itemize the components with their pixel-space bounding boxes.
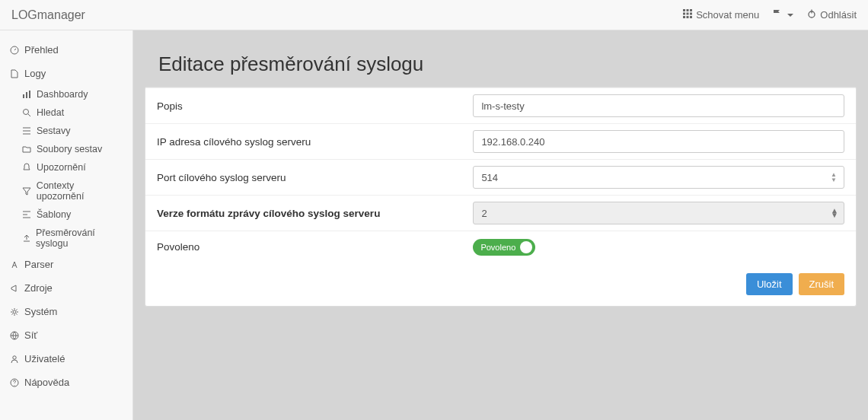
hide-menu-link[interactable]: Schovat menu <box>683 9 759 21</box>
version-select[interactable]: 2 <box>473 202 844 224</box>
label-version: Verze formátu zprávy cílového syslog ser… <box>157 208 473 219</box>
sidebar-label: Šablony <box>37 209 71 220</box>
port-input[interactable] <box>473 166 844 189</box>
label-enabled: Povoleno <box>157 241 473 253</box>
logout-link[interactable]: Odhlásit <box>807 9 857 21</box>
sidebar-item-reports[interactable]: Sestavy <box>0 122 132 140</box>
filter-icon <box>21 186 32 196</box>
sidebar-item-system[interactable]: Systém <box>0 300 132 323</box>
sidebar-item-report-files[interactable]: Soubory sestav <box>0 140 132 158</box>
language-dropdown[interactable] <box>773 9 793 21</box>
gear-icon <box>9 307 20 317</box>
sidebar-item-parser[interactable]: Parser <box>0 253 132 276</box>
row-port: Port cílového syslog serveru ▲▼ <box>145 159 856 195</box>
sidebar-item-logs[interactable]: Logy <box>0 62 132 85</box>
user-icon <box>9 355 20 364</box>
file-icon <box>9 69 20 78</box>
topbar-right: Schovat menu Odhlásit <box>683 9 857 21</box>
svg-rect-8 <box>690 16 692 18</box>
sidebar-item-help[interactable]: Nápověda <box>0 371 132 394</box>
sidebar-label: Parser <box>24 259 53 270</box>
description-input[interactable] <box>473 94 844 117</box>
svg-rect-4 <box>687 13 689 15</box>
folder-icon <box>21 145 32 154</box>
svg-rect-7 <box>687 16 689 18</box>
svg-rect-3 <box>683 13 685 15</box>
logout-label: Odhlásit <box>820 9 857 21</box>
row-enabled: Povoleno Povoleno <box>145 231 856 262</box>
globe-icon <box>9 331 20 340</box>
template-icon <box>21 210 32 219</box>
sidebar-label: Přehled <box>24 44 59 56</box>
row-ip: IP adresa cílového syslog serveru <box>145 123 856 159</box>
caret-down-icon <box>787 14 793 17</box>
svg-rect-14 <box>29 91 30 98</box>
page-title: Editace přesměrování syslogu <box>145 42 857 87</box>
help-icon <box>9 378 20 387</box>
power-icon <box>807 9 816 21</box>
dashboard-icon <box>9 46 20 55</box>
sidebar-label: Dashboardy <box>37 89 88 100</box>
save-button[interactable]: Uložit <box>746 273 793 295</box>
sidebar-item-overview[interactable]: Přehled <box>0 38 132 62</box>
sidebar-label: Nápověda <box>24 377 69 388</box>
sidebar: Přehled Logy Dashboardy Hledat Sestavy S… <box>0 30 133 420</box>
sidebar-label: Hledat <box>37 107 64 118</box>
hide-menu-label: Schovat menu <box>696 9 759 21</box>
forward-icon <box>21 234 31 243</box>
sidebar-item-alerts[interactable]: Upozornění <box>0 158 132 177</box>
label-port: Port cílového syslog serveru <box>157 172 473 183</box>
svg-point-16 <box>13 310 16 313</box>
main-content: Editace přesměrování syslogu Popis IP ad… <box>133 30 868 420</box>
number-spinner-icon[interactable]: ▲▼ <box>831 169 841 186</box>
svg-rect-13 <box>26 92 27 98</box>
sidebar-label: Zdroje <box>24 282 53 294</box>
sidebar-label: Upozornění <box>37 162 86 173</box>
brand[interactable]: LOGmanager <box>11 8 85 22</box>
bars-icon <box>21 90 32 99</box>
svg-rect-10 <box>812 10 812 14</box>
cancel-button[interactable]: Zrušit <box>799 273 845 295</box>
sidebar-label: Sestavy <box>37 126 70 136</box>
toggle-knob <box>520 241 532 253</box>
sidebar-item-templates[interactable]: Šablony <box>0 205 132 224</box>
topbar: LOGmanager Schovat menu Odhlásit <box>0 0 868 30</box>
sidebar-label: Přesměrování syslogu <box>36 228 123 249</box>
sidebar-item-search[interactable]: Hledat <box>0 103 132 122</box>
sidebar-label: Síť <box>24 329 37 341</box>
sidebar-label: Logy <box>24 68 46 79</box>
sidebar-label: Soubory sestav <box>37 144 102 154</box>
row-description: Popis <box>145 88 856 123</box>
toggle-label: Povoleno <box>480 243 515 252</box>
form-panel: Popis IP adresa cílového syslog serveru … <box>145 87 857 307</box>
sidebar-item-sources[interactable]: Zdroje <box>0 276 132 300</box>
label-ip: IP adresa cílového syslog serveru <box>157 136 473 148</box>
flag-icon <box>773 9 782 21</box>
svg-point-18 <box>13 355 16 358</box>
label-description: Popis <box>157 100 473 112</box>
svg-rect-5 <box>690 13 692 15</box>
grid-icon <box>683 9 692 21</box>
sidebar-item-dashboards[interactable]: Dashboardy <box>0 85 132 103</box>
sidebar-item-alert-contexts[interactable]: Contexty upozornění <box>0 177 132 205</box>
sidebar-label: Systém <box>24 306 57 317</box>
form-actions: Uložit Zrušit <box>145 262 856 306</box>
enabled-toggle[interactable]: Povoleno <box>473 239 535 256</box>
sidebar-label: Uživatelé <box>24 353 65 364</box>
svg-point-15 <box>24 110 29 115</box>
sidebar-item-network[interactable]: Síť <box>0 323 132 347</box>
sidebar-item-users[interactable]: Uživatelé <box>0 347 132 371</box>
font-icon <box>9 260 20 269</box>
sidebar-item-syslog-forward[interactable]: Přesměrování syslogu <box>0 224 132 253</box>
svg-rect-2 <box>690 9 692 11</box>
svg-rect-6 <box>683 16 685 18</box>
sidebar-label: Contexty upozornění <box>37 180 123 202</box>
ip-input[interactable] <box>473 130 844 153</box>
megaphone-icon <box>9 284 20 293</box>
search-icon <box>21 108 32 117</box>
svg-rect-1 <box>687 9 689 11</box>
svg-rect-0 <box>683 9 685 11</box>
svg-rect-12 <box>23 94 24 98</box>
bell-icon <box>21 163 32 172</box>
list-icon <box>21 126 32 135</box>
